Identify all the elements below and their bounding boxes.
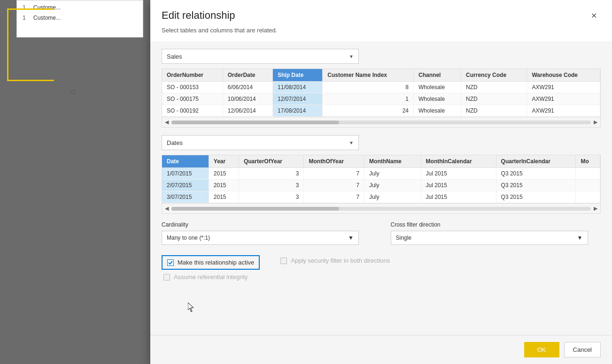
cell-mo-1 bbox=[576, 168, 600, 180]
cross-filter-group: Cross filter direction Single ▼ bbox=[391, 221, 601, 245]
table2-dropdown-value: Dates bbox=[167, 139, 183, 146]
cell-quarterincal-1: Q3 2015 bbox=[496, 168, 576, 180]
modal-body: Sales ▼ OrderNumber OrderDate Ship Date … bbox=[150, 41, 612, 358]
table2-wrapper: Date Year QuarterOfYear MonthOfYear Mont… bbox=[162, 155, 601, 214]
security-filter-checkbox-row[interactable]: Apply security filter in both directions bbox=[279, 255, 392, 266]
table1-scroll-right[interactable]: ▶ bbox=[594, 119, 597, 125]
referential-integrity-checkbox[interactable] bbox=[163, 274, 170, 281]
table2-header-row: Date Year QuarterOfYear MonthOfYear Mont… bbox=[162, 155, 600, 168]
diagram-background: 1 1 Custome... Custome... ▷ bbox=[0, 0, 150, 364]
close-button[interactable]: ✕ bbox=[587, 9, 601, 22]
active-relationship-checkbox-row[interactable]: Make this relationship active bbox=[162, 255, 260, 270]
table-row: SO - 000175 10/06/2014 12/07/2014 1 Whol… bbox=[162, 93, 600, 105]
modal-subtitle: Select tables and columns that are relat… bbox=[150, 27, 612, 41]
cell-date-3: 3/07/2015 bbox=[162, 191, 209, 203]
table2-scrollbar-thumb bbox=[171, 207, 339, 211]
table2-dropdown[interactable]: Dates ▼ bbox=[162, 135, 359, 150]
cell-channel-3: Wholesale bbox=[414, 105, 461, 117]
cell-orderdate-1: 6/06/2014 bbox=[223, 82, 272, 93]
cell-currency-2: NZD bbox=[461, 93, 527, 105]
left-checkboxes: Make this relationship active Assume ref… bbox=[162, 250, 260, 282]
cardinality-arrow: ▼ bbox=[348, 235, 354, 241]
table-row: 1/07/2015 2015 3 7 July Jul 2015 Q3 2015 bbox=[162, 168, 600, 180]
cell-channel-1: Wholesale bbox=[414, 82, 461, 93]
cell-moy-3: 7 bbox=[304, 191, 364, 203]
table2-dropdown-container: Dates ▼ bbox=[162, 135, 601, 150]
active-relationship-checkbox[interactable] bbox=[167, 259, 174, 266]
table1-dropdown-arrow: ▼ bbox=[349, 54, 354, 59]
table1-col-warehousecode: Warehouse Code bbox=[527, 69, 600, 82]
security-filter-label: Apply security filter in both directions bbox=[291, 257, 390, 264]
table1-col-shipdate: Ship Date bbox=[273, 69, 323, 82]
cell-monthincal-1: Jul 2015 bbox=[421, 168, 496, 180]
table1-scrollbar-track[interactable] bbox=[171, 121, 591, 124]
security-filter-checkbox[interactable] bbox=[280, 258, 287, 264]
table2-scrollbar: ◀ ▶ bbox=[162, 203, 600, 213]
cell-warehouse-2: AXW291 bbox=[527, 93, 600, 105]
cell-ordernumber-2: SO - 000175 bbox=[162, 93, 223, 105]
cell-monthincal-3: Jul 2015 bbox=[421, 191, 496, 203]
table1: OrderNumber OrderDate Ship Date Customer… bbox=[162, 69, 600, 117]
table2-col-date: Date bbox=[162, 155, 209, 168]
table2-scrollbar-track[interactable] bbox=[171, 207, 591, 211]
cell-monthname-2: July bbox=[364, 180, 421, 191]
active-relationship-label: Make this relationship active bbox=[178, 259, 254, 266]
modal-footer: OK Cancel bbox=[150, 335, 612, 364]
diagram-line-h2 bbox=[7, 80, 54, 81]
cell-ordernumber-3: SO - 000192 bbox=[162, 105, 223, 117]
diagram-box1: 1 1 Custome... Custome... bbox=[16, 0, 143, 38]
table1-col-orderdate: OrderDate bbox=[223, 69, 272, 82]
table1-col-currencycode: Currency Code bbox=[461, 69, 527, 82]
table2: Date Year QuarterOfYear MonthOfYear Mont… bbox=[162, 155, 600, 203]
cell-currency-3: NZD bbox=[461, 105, 527, 117]
table-row: 3/07/2015 2015 3 7 July Jul 2015 Q3 2015 bbox=[162, 191, 600, 203]
right-checkboxes: Apply security filter in both directions bbox=[279, 250, 392, 282]
referential-integrity-checkbox-row[interactable]: Assume referential integrity bbox=[162, 272, 260, 282]
modal-title: Edit relationship bbox=[162, 9, 235, 22]
cell-mo-3 bbox=[576, 191, 600, 203]
cell-orderdate-3: 12/06/2014 bbox=[223, 105, 272, 117]
checkboxes-row: Make this relationship active Assume ref… bbox=[162, 250, 601, 282]
table1-scroll-left[interactable]: ◀ bbox=[165, 119, 169, 125]
cross-filter-select[interactable]: Single ▼ bbox=[391, 231, 588, 245]
cell-quarterincal-2: Q3 2015 bbox=[496, 180, 576, 191]
cell-channel-2: Wholesale bbox=[414, 93, 461, 105]
cardinality-select[interactable]: Many to one (*:1) ▼ bbox=[162, 231, 359, 245]
table2-scroll-left[interactable]: ◀ bbox=[165, 205, 169, 212]
cardinality-group: Cardinality Many to one (*:1) ▼ bbox=[162, 221, 372, 245]
table2-dropdown-arrow: ▼ bbox=[349, 140, 354, 145]
cancel-button[interactable]: Cancel bbox=[564, 342, 601, 357]
cell-year-2: 2015 bbox=[209, 180, 239, 191]
table1-dropdown[interactable]: Sales ▼ bbox=[162, 49, 359, 64]
cell-monthname-3: July bbox=[364, 191, 421, 203]
diagram-num2: 1 bbox=[23, 15, 26, 21]
table1-header-row: OrderNumber OrderDate Ship Date Customer… bbox=[162, 69, 600, 82]
diagram-cursor: ▷ bbox=[70, 89, 75, 97]
ok-button[interactable]: OK bbox=[524, 342, 559, 357]
cell-shipdate-1: 11/08/2014 bbox=[273, 82, 323, 93]
cell-orderdate-2: 10/06/2014 bbox=[223, 93, 272, 105]
diagram-line-v bbox=[7, 8, 8, 81]
edit-relationship-modal: Edit relationship ✕ Select tables and co… bbox=[150, 0, 612, 364]
cell-moy-2: 7 bbox=[304, 180, 364, 191]
cell-currency-1: NZD bbox=[461, 82, 527, 93]
cardinality-value: Many to one (*:1) bbox=[167, 235, 210, 241]
table1-col-channel: Channel bbox=[414, 69, 461, 82]
referential-integrity-label: Assume referential integrity bbox=[174, 273, 248, 281]
cell-year-1: 2015 bbox=[209, 168, 239, 180]
cell-moy-1: 7 bbox=[304, 168, 364, 180]
table2-col-monthincalendar: MonthInCalendar bbox=[421, 155, 496, 168]
table-row: SO - 000153 6/06/2014 11/08/2014 8 Whole… bbox=[162, 82, 600, 93]
table1-col-ordernumber: OrderNumber bbox=[162, 69, 223, 82]
table1-dropdown-value: Sales bbox=[167, 53, 182, 60]
table2-col-year: Year bbox=[209, 155, 239, 168]
table2-col-monthname: MonthName bbox=[364, 155, 421, 168]
cell-custidx-2: 1 bbox=[323, 93, 414, 105]
table2-col-mo: Mo bbox=[576, 155, 600, 168]
cell-qoy-3: 3 bbox=[239, 191, 304, 203]
cell-warehouse-3: AXW291 bbox=[527, 105, 600, 117]
modal-header: Edit relationship ✕ bbox=[150, 0, 612, 27]
table2-scroll-right[interactable]: ▶ bbox=[594, 205, 597, 212]
cell-date-1: 1/07/2015 bbox=[162, 168, 209, 180]
diagram-text2: Custome... bbox=[33, 15, 61, 21]
